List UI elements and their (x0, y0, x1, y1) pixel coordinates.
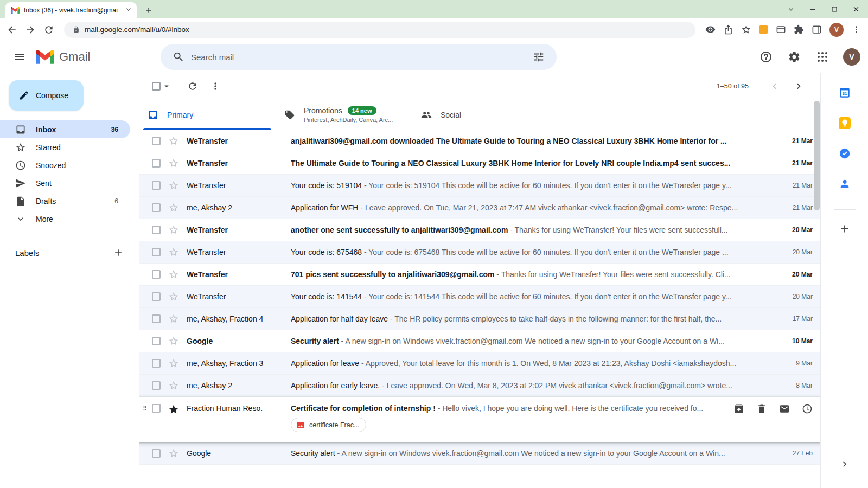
calendar-icon[interactable]: 31 (839, 87, 851, 99)
drag-handle-icon[interactable] (142, 404, 148, 414)
gmail-logo[interactable]: Gmail (36, 50, 92, 64)
search-bar[interactable]: Search mail (161, 44, 557, 70)
attachment-chip[interactable]: certificate Frac... (291, 418, 366, 432)
collapse-panel-icon[interactable] (839, 459, 850, 470)
star-icon[interactable] (168, 291, 179, 302)
tasks-icon[interactable] (839, 147, 851, 159)
email-checkbox[interactable] (152, 137, 161, 145)
email-checkbox[interactable] (152, 337, 161, 345)
email-row[interactable]: me, Akshay, Fraction 4Application for ha… (139, 308, 820, 330)
email-checkbox[interactable] (152, 203, 161, 212)
forward-button[interactable] (25, 24, 36, 35)
star-icon[interactable] (168, 380, 179, 391)
minimize-icon[interactable] (808, 5, 817, 14)
delete-icon[interactable] (756, 403, 767, 414)
side-panel-toggle-icon[interactable] (812, 24, 822, 35)
email-checkbox[interactable] (152, 248, 161, 256)
star-icon[interactable] (168, 158, 179, 169)
contacts-icon[interactable] (839, 178, 851, 190)
older-page-icon[interactable] (793, 80, 805, 92)
refresh-icon[interactable] (187, 81, 198, 92)
archive-icon[interactable] (733, 403, 744, 414)
snooze-icon[interactable] (802, 403, 813, 414)
help-icon[interactable] (760, 50, 773, 63)
mark-read-icon[interactable] (779, 403, 790, 414)
email-checkbox[interactable] (152, 159, 161, 168)
sidebar-item-drafts[interactable]: Drafts6 (0, 192, 130, 210)
email-row[interactable]: WeTransfer701 pics sent successfully to … (139, 264, 820, 286)
email-checkbox[interactable] (152, 270, 161, 279)
email-row[interactable]: WeTransferanjalitiwari309@gmail.com down… (139, 130, 820, 152)
preview-eye-icon[interactable] (705, 24, 716, 35)
email-checkbox[interactable] (152, 381, 161, 390)
main-menu-icon[interactable] (13, 50, 26, 63)
extensions-puzzle-icon[interactable] (794, 24, 804, 35)
search-icon[interactable] (173, 51, 184, 63)
sidebar-item-sent[interactable]: Sent (0, 174, 130, 192)
select-dropdown-icon[interactable] (162, 81, 171, 91)
email-checkbox[interactable] (152, 449, 161, 458)
address-bar[interactable]: mail.google.com/mail/u/0/#inbox (64, 22, 695, 38)
sidebar-item-snoozed[interactable]: Snoozed (0, 156, 130, 174)
tab-primary[interactable]: Primary (139, 100, 276, 130)
email-checkbox[interactable] (152, 359, 161, 368)
star-icon[interactable] (168, 358, 179, 369)
email-row[interactable]: WeTransferanother one sent successfully … (139, 219, 820, 241)
new-tab-button[interactable] (144, 6, 153, 15)
email-checkbox[interactable] (152, 404, 161, 413)
browser-profile-avatar[interactable]: V (829, 23, 844, 37)
email-row[interactable]: GoogleSecurity alert - A new sign-in on … (139, 442, 820, 465)
account-avatar[interactable]: V (843, 48, 860, 66)
star-icon[interactable] (168, 313, 179, 324)
star-icon[interactable] (168, 247, 179, 258)
star-filled-icon[interactable] (168, 404, 179, 415)
more-options-icon[interactable] (210, 81, 221, 92)
search-filters-icon[interactable] (533, 51, 545, 63)
email-checkbox[interactable] (152, 314, 161, 323)
email-checkbox[interactable] (152, 181, 161, 190)
close-window-icon[interactable] (852, 5, 860, 14)
sidebar-item-inbox[interactable]: Inbox36 (0, 120, 130, 138)
star-icon[interactable] (168, 269, 179, 280)
tab-close-icon[interactable] (125, 7, 132, 14)
compose-button[interactable]: Compose (9, 80, 84, 111)
tab-promotions[interactable]: Promotions14 newPinterest, ArchDaily, Ca… (276, 100, 412, 130)
star-icon[interactable] (168, 202, 179, 213)
star-icon[interactable] (168, 448, 179, 459)
maximize-icon[interactable] (830, 5, 839, 14)
get-addons-button[interactable] (839, 223, 851, 235)
email-row[interactable]: me, Akshay, Fraction 3Application for le… (139, 352, 820, 375)
select-all-control[interactable] (152, 81, 171, 91)
star-icon[interactable] (168, 136, 179, 146)
email-row[interactable]: WeTransferYour code is: 141544 - Your co… (139, 286, 820, 308)
share-icon[interactable] (723, 24, 733, 35)
keep-icon[interactable] (839, 117, 851, 129)
newer-page-icon[interactable] (769, 80, 781, 92)
sidebar-item-starred[interactable]: Starred (0, 138, 130, 156)
email-checkbox[interactable] (152, 292, 161, 301)
browser-menu-icon[interactable] (851, 24, 861, 35)
email-row[interactable]: GoogleSecurity alert - A new sign-in on … (139, 330, 820, 352)
email-checkbox[interactable] (152, 226, 161, 234)
email-row[interactable]: me, Akshay 2Application for early leave.… (139, 375, 820, 397)
extension-colored-icon[interactable] (759, 25, 768, 34)
back-button[interactable] (7, 24, 17, 35)
select-all-checkbox[interactable] (152, 82, 161, 91)
scrollbar-thumb[interactable] (814, 101, 820, 210)
apps-grid-icon[interactable] (816, 50, 829, 63)
add-label-button[interactable] (113, 247, 124, 258)
email-row[interactable]: WeTransferYour code is: 519104 - Your co… (139, 175, 820, 197)
email-row[interactable]: Fraction Human Reso.Certificate for comp… (139, 397, 820, 442)
wallet-card-icon[interactable] (776, 24, 786, 35)
browser-tab[interactable]: Inbox (36) - vivek.fraction@gmai (5, 2, 137, 18)
star-icon[interactable] (168, 180, 179, 191)
email-row[interactable]: me, Akshay 2Application for WFH - Leave … (139, 197, 820, 219)
email-row[interactable]: WeTransferYour code is: 675468 - Your co… (139, 241, 820, 264)
reload-button[interactable] (43, 24, 54, 35)
tab-search-icon[interactable] (787, 5, 795, 14)
email-row[interactable]: WeTransferThe Ultimate Guide to Touring … (139, 152, 820, 175)
sidebar-item-more[interactable]: More (0, 210, 130, 228)
star-icon[interactable] (168, 224, 179, 235)
settings-gear-icon[interactable] (788, 50, 801, 63)
tab-social[interactable]: Social (412, 100, 549, 130)
